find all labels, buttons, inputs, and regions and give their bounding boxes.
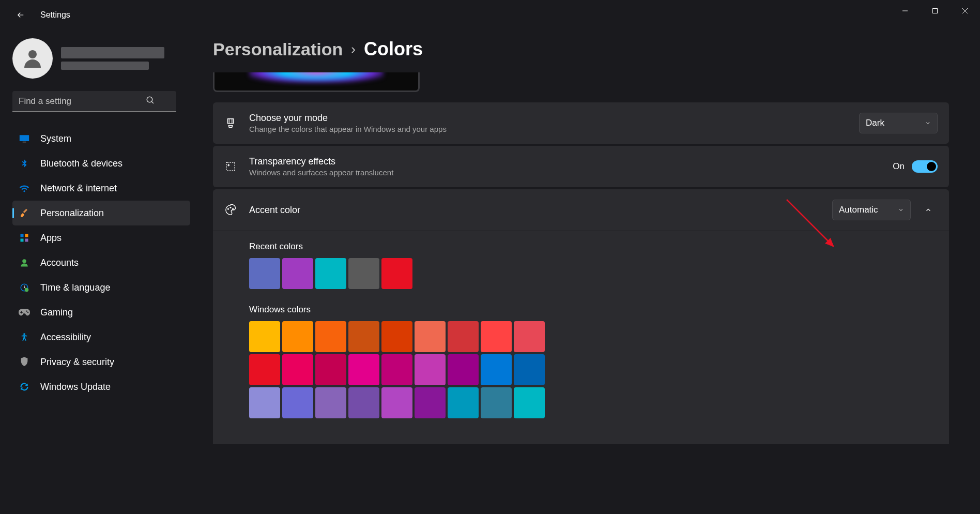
sidebar-item-update[interactable]: Windows Update [12, 374, 190, 399]
search-icon [146, 96, 155, 107]
svg-point-23 [233, 208, 234, 209]
sidebar-item-accessibility[interactable]: Accessibility [12, 325, 190, 350]
color-swatch[interactable] [381, 354, 412, 385]
time-icon [19, 282, 30, 293]
close-button[interactable] [950, 0, 980, 22]
sidebar-item-label: Gaming [40, 307, 73, 318]
color-swatch[interactable] [249, 387, 280, 418]
mode-card[interactable]: Choose your mode Change the colors that … [213, 102, 949, 144]
accent-title: Accent color [249, 205, 832, 216]
color-swatch[interactable] [415, 321, 446, 352]
color-swatch[interactable] [249, 258, 280, 289]
svg-point-18 [27, 312, 28, 313]
sidebar-item-brush[interactable]: Personalization [12, 201, 190, 225]
sidebar-item-time[interactable]: Time & language [12, 275, 190, 300]
transparency-subtitle: Windows and surfaces appear translucent [249, 168, 893, 177]
color-swatch[interactable] [348, 354, 379, 385]
color-swatch[interactable] [348, 321, 379, 352]
brush-icon [19, 207, 30, 219]
svg-point-4 [28, 50, 37, 58]
sidebar-item-apps[interactable]: Apps [12, 225, 190, 250]
color-swatch[interactable] [381, 258, 412, 289]
color-swatch[interactable] [348, 258, 379, 289]
svg-point-13 [22, 259, 26, 263]
sidebar-item-bluetooth[interactable]: Bluetooth & devices [12, 151, 190, 176]
color-swatch[interactable] [282, 258, 313, 289]
breadcrumb-parent[interactable]: Personalization [213, 39, 343, 59]
collapse-button[interactable] [919, 201, 938, 219]
color-swatch[interactable] [249, 321, 280, 352]
mode-title: Choose your mode [249, 113, 859, 124]
color-swatch[interactable] [415, 354, 446, 385]
svg-point-21 [228, 208, 229, 209]
chevron-down-icon [925, 120, 931, 126]
accent-color-card[interactable]: Accent color Automatic [213, 189, 949, 231]
color-swatch[interactable] [315, 258, 346, 289]
color-swatch[interactable] [315, 387, 346, 418]
toggle-state-label: On [893, 161, 905, 172]
svg-rect-20 [226, 162, 235, 171]
color-swatch[interactable] [514, 321, 545, 352]
sidebar-item-label: Network & internet [40, 183, 117, 194]
sidebar-item-label: Personalization [40, 208, 104, 219]
color-swatch[interactable] [481, 387, 512, 418]
transparency-title: Transparency effects [249, 156, 893, 167]
color-swatch[interactable] [448, 354, 479, 385]
app-title: Settings [40, 10, 70, 20]
palette-icon [224, 204, 237, 216]
brush-icon [224, 117, 237, 129]
sidebar-item-privacy[interactable]: Privacy & security [12, 350, 190, 374]
transparency-toggle[interactable] [912, 160, 938, 173]
bluetooth-icon [19, 158, 30, 169]
user-profile[interactable] [12, 38, 190, 79]
mode-dropdown[interactable]: Dark [859, 113, 938, 133]
svg-point-5 [147, 97, 152, 102]
breadcrumb-current: Colors [364, 38, 423, 60]
svg-rect-11 [21, 239, 24, 242]
color-swatch[interactable] [415, 387, 446, 418]
sidebar-item-accounts[interactable]: Accounts [12, 250, 190, 275]
color-swatch[interactable] [514, 387, 545, 418]
theme-preview [213, 72, 420, 92]
sidebar-item-label: Accessibility [40, 332, 91, 343]
windows-colors-label: Windows colors [249, 305, 938, 315]
color-swatch[interactable] [249, 354, 280, 385]
color-swatch[interactable] [315, 354, 346, 385]
color-swatch[interactable] [282, 354, 313, 385]
svg-line-6 [151, 101, 154, 103]
color-swatch[interactable] [481, 321, 512, 352]
minimize-button[interactable] [890, 0, 920, 22]
color-swatch[interactable] [315, 321, 346, 352]
sidebar-item-label: Accounts [40, 258, 79, 268]
sparkle-icon [224, 160, 237, 173]
color-swatch[interactable] [381, 321, 412, 352]
color-swatch[interactable] [282, 321, 313, 352]
transparency-card[interactable]: Transparency effects Windows and surface… [213, 146, 949, 187]
svg-rect-9 [21, 234, 24, 237]
svg-rect-10 [25, 234, 28, 237]
svg-rect-8 [23, 142, 26, 143]
sidebar-item-wifi[interactable]: Network & internet [12, 176, 190, 201]
color-swatch[interactable] [348, 387, 379, 418]
svg-rect-1 [933, 9, 938, 13]
color-swatch[interactable] [381, 387, 412, 418]
sidebar-item-label: Time & language [40, 282, 110, 293]
profile-name-redacted [61, 47, 164, 58]
privacy-icon [19, 356, 30, 368]
sidebar-item-system[interactable]: System [12, 126, 190, 151]
color-swatch[interactable] [448, 387, 479, 418]
svg-point-19 [23, 333, 25, 335]
breadcrumb: Personalization › Colors [213, 38, 949, 60]
mode-subtitle: Change the colors that appear in Windows… [249, 125, 859, 133]
accounts-icon [19, 257, 30, 268]
accent-dropdown[interactable]: Automatic [832, 200, 911, 220]
apps-icon [19, 232, 30, 244]
maximize-button[interactable] [920, 0, 950, 22]
color-swatch[interactable] [481, 354, 512, 385]
color-swatch[interactable] [514, 354, 545, 385]
color-swatch[interactable] [282, 387, 313, 418]
color-swatch[interactable] [448, 321, 479, 352]
chevron-down-icon [898, 207, 904, 213]
sidebar-item-gaming[interactable]: Gaming [12, 300, 190, 325]
back-button[interactable] [12, 7, 29, 23]
